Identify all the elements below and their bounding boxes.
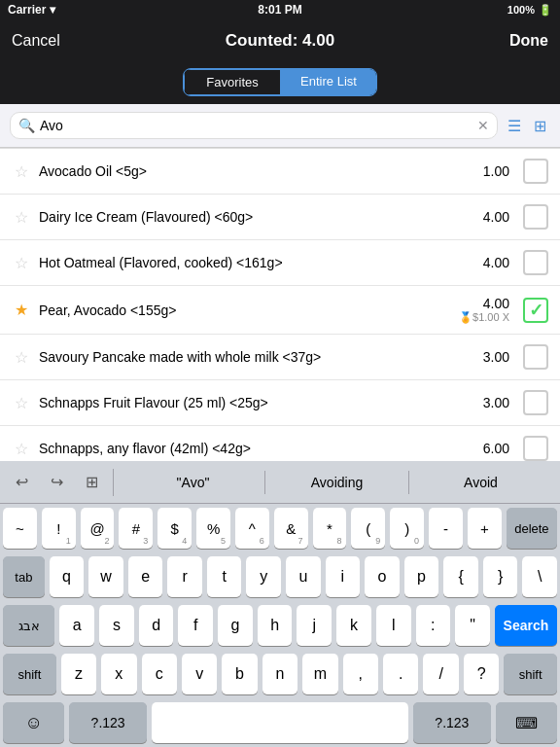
food-checkbox[interactable] — [523, 390, 548, 415]
grid-icon[interactable]: ⊞ — [529, 115, 550, 136]
key-c[interactable]: c — [142, 654, 177, 694]
keyboard-key[interactable]: ⌨ — [496, 702, 557, 743]
star-icon[interactable]: ☆ — [12, 348, 31, 367]
tab-key[interactable]: tab — [3, 556, 45, 597]
star-icon-starred[interactable]: ★ — [12, 301, 31, 319]
key-minus[interactable]: - — [429, 508, 463, 549]
key-s[interactable]: s — [99, 605, 134, 646]
key-r[interactable]: r — [167, 556, 202, 597]
star-icon[interactable]: ☆ — [12, 254, 31, 272]
search-input[interactable] — [40, 118, 472, 133]
key-h[interactable]: h — [258, 605, 293, 646]
food-checkbox[interactable] — [523, 250, 548, 275]
key-m[interactable]: m — [302, 654, 337, 694]
food-checkbox[interactable] — [523, 436, 548, 461]
star-icon[interactable]: ☆ — [12, 440, 31, 458]
key-x[interactable]: x — [101, 654, 136, 694]
suggestion-1[interactable]: "Avo" — [122, 471, 265, 494]
key-v[interactable]: v — [182, 654, 217, 694]
star-icon[interactable]: ☆ — [12, 162, 31, 181]
food-name: Schnapps Fruit Flavour (25 ml) <25g> — [39, 395, 472, 410]
search-key[interactable]: Search — [495, 605, 557, 646]
key-5[interactable]: %5 — [196, 508, 230, 549]
key-4[interactable]: $4 — [158, 508, 192, 549]
done-button[interactable]: Done — [509, 32, 548, 50]
key-quote[interactable]: " — [455, 605, 490, 646]
key-e[interactable]: e — [128, 556, 163, 597]
key-7[interactable]: &7 — [274, 508, 308, 549]
key-n[interactable]: n — [262, 654, 298, 694]
list-item[interactable]: ☆ Dairy Ice Cream (Flavoured) <60g> 4.00 — [0, 195, 560, 240]
star-icon[interactable]: ☆ — [12, 208, 31, 227]
key-j[interactable]: j — [297, 605, 332, 646]
key-period[interactable]: . — [383, 654, 418, 694]
key-tilde[interactable]: ~ — [3, 508, 37, 549]
hebrew-key[interactable]: אבג — [3, 605, 55, 646]
nav-title: Counted: 4.00 — [226, 31, 334, 51]
key-question[interactable]: ? — [464, 654, 499, 694]
space-key[interactable] — [152, 702, 408, 743]
list-item[interactable]: ☆ Savoury Pancake made with whole milk <… — [0, 335, 560, 380]
food-checkbox[interactable] — [523, 204, 548, 230]
key-comma[interactable]: , — [343, 654, 378, 694]
dotqm-left-key[interactable]: ?.123 — [69, 702, 146, 743]
list-icon[interactable]: ☰ — [504, 115, 525, 136]
right-shift-key[interactable]: shift — [504, 654, 557, 694]
redo-button[interactable]: ↪ — [43, 469, 70, 496]
key-z[interactable]: z — [61, 654, 96, 694]
food-checkbox-checked[interactable]: ✓ — [523, 298, 548, 323]
autocomplete-arrows: ↩ ↪ ⊞ — [0, 469, 114, 496]
tab-favorites[interactable]: Favorites — [184, 69, 281, 95]
cancel-button[interactable]: Cancel — [12, 32, 60, 50]
list-item[interactable]: ☆ Schnapps Fruit Flavour (25 ml) <25g> 3… — [0, 380, 560, 426]
status-bar: Carrier ▾ 8:01 PM 100% 🔋 — [0, 0, 560, 19]
key-l[interactable]: l — [376, 605, 411, 646]
key-y[interactable]: y — [246, 556, 281, 597]
key-p[interactable]: p — [404, 556, 439, 597]
list-item[interactable]: ☆ Hot Oatmeal (Flavored, cooked) <161g> … — [0, 240, 560, 286]
key-q[interactable]: q — [50, 556, 85, 597]
emoji-key[interactable]: ☺ — [3, 702, 64, 743]
suggestion-3[interactable]: Avoid — [409, 471, 552, 494]
key-w[interactable]: w — [88, 556, 123, 597]
list-item[interactable]: ☆ Avocado Oil <5g> 1.00 — [0, 149, 560, 195]
key-9[interactable]: (9 — [351, 508, 385, 549]
key-d[interactable]: d — [139, 605, 174, 646]
asdf-row: אבג a s d f g h j k l : " Search — [0, 601, 560, 650]
key-t[interactable]: t — [207, 556, 242, 597]
delete-key[interactable]: delete — [507, 508, 557, 549]
list-item[interactable]: ★ Pear, Avocado <155g> 4.00 🏅$1.00 X ✓ — [0, 286, 560, 335]
food-checkbox[interactable] — [523, 159, 548, 184]
tab-entire-list[interactable]: Entire List — [281, 69, 376, 95]
key-u[interactable]: u — [286, 556, 321, 597]
food-count: 4.00 — [480, 209, 509, 225]
key-pipe[interactable]: \ — [522, 556, 557, 597]
dotqm-right-key[interactable]: ?.123 — [413, 702, 490, 743]
key-plus[interactable]: + — [468, 508, 502, 549]
key-a[interactable]: a — [59, 605, 94, 646]
key-0[interactable]: )0 — [390, 508, 424, 549]
key-f[interactable]: f — [178, 605, 213, 646]
key-b[interactable]: b — [222, 654, 257, 694]
suggestion-2[interactable]: Avoiding — [265, 471, 409, 494]
key-g[interactable]: g — [218, 605, 253, 646]
key-colon[interactable]: : — [416, 605, 451, 646]
key-slash[interactable]: / — [423, 654, 458, 694]
key-6[interactable]: ^6 — [235, 508, 269, 549]
key-o[interactable]: o — [365, 556, 400, 597]
key-3[interactable]: #3 — [119, 508, 153, 549]
key-2[interactable]: @2 — [81, 508, 115, 549]
key-rbrace[interactable]: } — [483, 556, 518, 597]
left-shift-key[interactable]: shift — [3, 654, 56, 694]
key-1[interactable]: !1 — [42, 508, 76, 549]
key-i[interactable]: i — [326, 556, 361, 597]
key-lbrace[interactable]: { — [443, 556, 478, 597]
food-checkbox[interactable] — [523, 344, 548, 370]
key-8[interactable]: *8 — [313, 508, 347, 549]
clear-search-button[interactable]: ✕ — [477, 118, 489, 133]
key-k[interactable]: k — [336, 605, 371, 646]
star-icon[interactable]: ☆ — [12, 394, 31, 412]
copy-button[interactable]: ⊞ — [78, 469, 105, 496]
segment-control: Favorites Entire List — [183, 68, 377, 96]
undo-button[interactable]: ↩ — [8, 469, 35, 496]
